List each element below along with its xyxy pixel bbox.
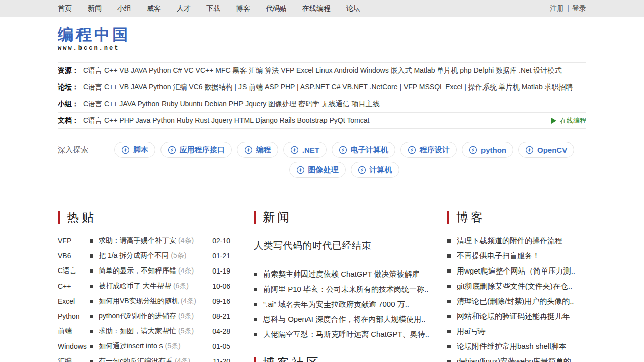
hot-post-row[interactable]: 前端 求助：如图，请大家帮忙(5条) 04-28 xyxy=(58,324,236,339)
blog-item-title[interactable]: 网站和论坛的验证码还能再挺几年 xyxy=(457,312,570,321)
hot-post-category[interactable]: VB6 xyxy=(58,252,90,260)
blog-item[interactable]: git彻底删除某些文件(文件夹)在仓.. xyxy=(447,279,586,294)
hot-post-category[interactable]: C++ xyxy=(58,282,90,290)
news-item[interactable]: 前阿里 P10 毕玄：公司未来所有的技术岗统一称.. xyxy=(254,282,430,297)
blog-item-title[interactable]: 用wget爬遍整个网站（简单压力测.. xyxy=(457,266,575,276)
hot-posts-list: VFP 求助：请高手赐个补丁安(4条) 02-10 VB6 把 1/a 拆分成两… xyxy=(58,233,236,362)
blog-item[interactable]: debian(linux)安装webp库最简单的.. xyxy=(447,354,586,362)
nav-item[interactable]: 在线编程 xyxy=(302,4,331,13)
blog-item[interactable]: 论坛附件维护常用bash shell脚本 xyxy=(447,339,586,354)
resource-row-label: 小组： xyxy=(58,100,79,109)
news-item-title[interactable]: 前阿里 P10 毕玄：公司未来所有的技术岗统一称.. xyxy=(263,285,428,294)
top-navbar: 首页 新闻 小组 威客 人才 下载 博客 代码贴 在线编程 论坛 注册 | xyxy=(0,0,644,17)
news-item-title[interactable]: “.ai” 域名去年为安圭拉政府贡献逾 7000 万.. xyxy=(263,300,409,309)
explore-tag-label: 脚本 xyxy=(133,145,148,155)
explore-tag-pill[interactable]: .NET xyxy=(283,142,327,158)
blog-item[interactable]: 清理下载频道的附件的操作流程 xyxy=(447,233,586,248)
explore-tag-pill[interactable]: 编程 xyxy=(237,142,278,158)
explore-section: 深入探索 脚本 应用程序接口 xyxy=(58,142,586,178)
explore-tag-pill[interactable]: 程序设计 xyxy=(400,142,457,158)
nav-item[interactable]: 小组 xyxy=(117,4,131,13)
hot-post-category[interactable]: VFP xyxy=(58,237,90,245)
hot-post-row[interactable]: Excel 如何用VB实现分组的随机(4条) 09-16 xyxy=(58,294,236,309)
news-headline[interactable]: 人类写代码的时代已经结束 xyxy=(254,239,430,252)
news-item-title[interactable]: 思科与 OpenAI 深度合作，将在内部大规模使用.. xyxy=(263,315,426,324)
explore-tag-pill[interactable]: python xyxy=(462,142,513,158)
hot-post-category[interactable]: 前端 xyxy=(58,327,90,336)
explore-tag-pill[interactable]: 图像处理 xyxy=(289,162,346,178)
explore-tag-pill[interactable]: 计算机 xyxy=(351,162,399,178)
explore-tag-pill[interactable]: 电子计算机 xyxy=(332,142,395,158)
nav-item[interactable]: 博客 xyxy=(236,4,250,13)
blog-item[interactable]: 不再提供电子扫盲服务！ xyxy=(447,248,586,263)
explore-tag-pill[interactable]: OpenCV xyxy=(518,142,574,158)
hot-post-row[interactable]: VFP 求助：请高手赐个补丁安(4条) 02-10 xyxy=(58,233,236,248)
hot-post-title[interactable]: 简单的显示，不知程序错(4条) xyxy=(99,266,194,276)
nav-item[interactable]: 代码贴 xyxy=(266,4,287,13)
hot-post-category[interactable]: Excel xyxy=(58,297,90,305)
news-item-title[interactable]: 大佬隔空互怼：马斯克呼吁远离 ChatGPT、奥特.. xyxy=(263,330,429,339)
hot-post-title[interactable]: 把 1/a 拆分成两个不同(5条) xyxy=(99,251,186,260)
explore-label: 深入探索 xyxy=(58,142,102,178)
explore-tag-label: .NET xyxy=(302,146,319,154)
nav-item[interactable]: 论坛 xyxy=(346,4,360,13)
bullet-square-icon xyxy=(254,318,257,321)
nav-item[interactable]: 首页 xyxy=(58,4,72,13)
blog-item[interactable]: 清理论已(删除/封禁)用户的头像的.. xyxy=(447,294,586,309)
news-item[interactable]: 思科与 OpenAI 深度合作，将在内部大规模使用.. xyxy=(254,312,430,327)
nav-item[interactable]: 威客 xyxy=(147,4,161,13)
hot-post-row[interactable]: C++ 被打成啥币了 大牛帮帮(6条) 10-06 xyxy=(58,279,236,294)
hot-post-category[interactable]: 汇编 xyxy=(58,357,90,362)
resource-row-links[interactable]: C语言 C++ JAVA Python Ruby Ubuntu Debian P… xyxy=(83,100,586,109)
blog-item[interactable]: 用wget爬遍整个网站（简单压力测.. xyxy=(447,263,586,279)
hot-post-date: 04-28 xyxy=(212,327,236,335)
hot-post-title[interactable]: 如何通过insert into s(5条) xyxy=(99,342,181,351)
blog-item-title[interactable]: 用ai写诗 xyxy=(457,327,486,336)
hot-post-title[interactable]: 求助：请高手赐个补丁安(4条) xyxy=(99,236,194,245)
resource-row-label: 文档： xyxy=(58,116,79,125)
nav-item[interactable]: 人才 xyxy=(177,4,191,13)
blog-item[interactable]: 网站和论坛的验证码还能再挺几年 xyxy=(447,309,586,324)
bullet-square-icon xyxy=(447,254,451,258)
resource-row-links[interactable]: C语言 C++ PHP Java Python Ruby Rust Jquery… xyxy=(83,116,551,125)
resource-row-label: 资源： xyxy=(58,66,79,75)
login-link[interactable]: 登录 xyxy=(572,4,586,13)
hot-post-category[interactable]: Windows xyxy=(58,342,90,350)
blog-item-title[interactable]: debian(linux)安装webp库最简单的.. xyxy=(457,357,575,362)
news-item[interactable]: “.ai” 域名去年为安圭拉政府贡献逾 7000 万.. xyxy=(254,297,430,312)
blog-item[interactable]: 用ai写诗 xyxy=(447,324,586,339)
register-link[interactable]: 注册 xyxy=(550,4,564,13)
site-logo[interactable]: 编程中国 www.bccn.net xyxy=(58,26,586,52)
hot-post-row[interactable]: Windows 如何通过insert into s(5条) 01-05 xyxy=(58,339,236,354)
hot-post-row[interactable]: C语言 简单的显示，不知程序错(4条) 01-19 xyxy=(58,263,236,279)
hot-post-title[interactable]: 如何用VB实现分组的随机(4条) xyxy=(99,297,196,306)
hot-post-category[interactable]: C语言 xyxy=(58,266,90,276)
explore-tag-pill[interactable]: 脚本 xyxy=(114,142,155,158)
hot-post-title[interactable]: 求助：如图，请大家帮忙(5条) xyxy=(99,327,194,336)
hot-post-row[interactable]: 汇编 有一句c的反汇编没有看(4条) 11-20 xyxy=(58,354,236,362)
news-item[interactable]: 大佬隔空互怼：马斯克呼吁远离 ChatGPT、奥特.. xyxy=(254,327,430,342)
blog-item-title[interactable]: 清理论已(删除/封禁)用户的头像的.. xyxy=(457,297,574,306)
resource-row-links[interactable]: C语言 C++ VB JAVA Python C# VC VC++ MFC 黑客… xyxy=(83,66,586,75)
blog-item-title[interactable]: 不再提供电子扫盲服务！ xyxy=(457,251,540,261)
hot-post-title[interactable]: 有一句c的反汇编没有看(4条) xyxy=(99,357,190,362)
blog-item-title[interactable]: 清理下载频道的附件的操作流程 xyxy=(457,236,562,246)
hot-post-row[interactable]: Python python代码制作的进销存(9条) 08-21 xyxy=(58,309,236,324)
resource-row-links[interactable]: C语言 C++ VB JAVA Python 汇编 VC6 数据结构 | JS … xyxy=(83,83,586,92)
explore-tag-pill[interactable]: 应用程序接口 xyxy=(160,142,232,158)
blog-item-title[interactable]: git彻底删除某些文件(文件夹)在仓.. xyxy=(457,282,572,291)
hot-post-title[interactable]: python代码制作的进销存(9条) xyxy=(99,312,194,321)
hot-post-reply-count: (4条) xyxy=(178,236,194,244)
hot-post-title[interactable]: 被打成啥币了 大牛帮帮(6条) xyxy=(99,282,189,291)
blog-item-title[interactable]: 论坛附件维护常用bash shell脚本 xyxy=(457,342,567,351)
nav-item[interactable]: 下载 xyxy=(206,4,220,13)
hot-post-reply-count: (4条) xyxy=(178,266,194,275)
hot-post-row[interactable]: VB6 把 1/a 拆分成两个不同(5条) 01-21 xyxy=(58,248,236,263)
bccn-homepage: { "colors": { "brand_blue": "#3a63b8", "… xyxy=(0,0,644,362)
news-item[interactable]: 前索契主帅因过度依赖 ChatGPT 做决策被解雇 xyxy=(254,266,430,282)
online-programming-link[interactable]: 在线编程 xyxy=(551,116,586,125)
nav-item[interactable]: 新闻 xyxy=(88,4,102,13)
auth-divider: | xyxy=(567,4,569,13)
news-item-title[interactable]: 前索契主帅因过度依赖 ChatGPT 做决策被解雇 xyxy=(263,269,420,279)
hot-post-category[interactable]: Python xyxy=(58,312,90,320)
